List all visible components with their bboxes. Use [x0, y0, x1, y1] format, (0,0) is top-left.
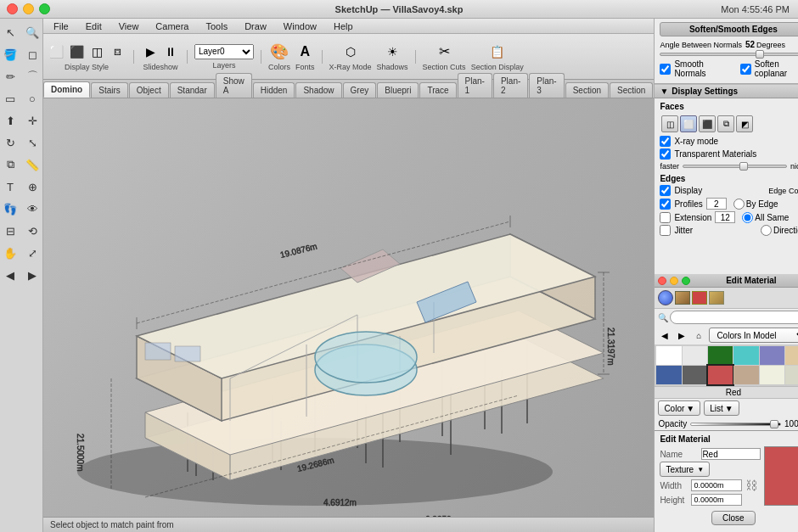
shadows-icon[interactable]: ☀: [383, 42, 402, 61]
nav-fwd-btn[interactable]: ▶: [675, 328, 688, 342]
by-edge-radio[interactable]: [733, 199, 745, 210]
menu-view[interactable]: View: [115, 21, 143, 31]
color-selector-btn[interactable]: Color ▼: [658, 400, 700, 416]
tab-stairs[interactable]: Stairs: [91, 82, 128, 98]
menu-help[interactable]: Help: [330, 21, 357, 31]
tab-hidden[interactable]: Hidden: [253, 82, 295, 98]
tab-grey[interactable]: Grey: [343, 82, 377, 98]
direction-radio[interactable]: [761, 225, 772, 236]
menu-tools[interactable]: Tools: [202, 21, 231, 31]
zoom-extent-tool[interactable]: ⤢: [22, 243, 42, 263]
scale-tool[interactable]: ⤡: [22, 132, 42, 153]
eraser-tool[interactable]: ◻: [22, 44, 42, 64]
tab-showa[interactable]: Show A: [216, 73, 252, 98]
move-tool[interactable]: ✛: [22, 110, 42, 131]
text-tool[interactable]: T: [0, 176, 20, 197]
face-icon-2[interactable]: ⬜: [680, 115, 697, 132]
face-icon-5[interactable]: ◩: [736, 115, 753, 132]
extension-input[interactable]: [715, 211, 735, 223]
profiles-checkbox[interactable]: [660, 199, 671, 210]
smooth-normals-checkbox[interactable]: [660, 64, 671, 75]
list-selector-btn[interactable]: List ▼: [704, 400, 739, 416]
angle-slider-thumb[interactable]: [756, 50, 764, 59]
tab-plan2[interactable]: Plan-2: [493, 73, 528, 98]
extension-checkbox[interactable]: [660, 212, 671, 223]
look-tool[interactable]: 👁: [22, 199, 42, 219]
swatch-white[interactable]: [656, 346, 681, 365]
circle-tool[interactable]: ○: [22, 88, 42, 109]
section-display-icon[interactable]: 📋: [488, 42, 507, 61]
nav-back-btn[interactable]: ◀: [658, 328, 672, 342]
close-button[interactable]: [7, 3, 18, 14]
tab-plan1[interactable]: Plan-1: [458, 73, 492, 98]
close-button[interactable]: Close: [711, 511, 756, 525]
push-pull-tool[interactable]: ⬆: [0, 110, 20, 131]
tab-trace[interactable]: Trace: [419, 82, 456, 98]
swatch-green[interactable]: [708, 346, 733, 365]
play-icon[interactable]: ▶: [141, 42, 160, 61]
section-tool[interactable]: ⊟: [0, 221, 20, 241]
color-icon[interactable]: [692, 291, 707, 305]
face-icon-4[interactable]: ⧉: [717, 115, 734, 132]
maximize-button[interactable]: [39, 3, 50, 14]
pencil-tool[interactable]: ✏: [0, 66, 20, 87]
quality-slider-track[interactable]: [683, 165, 787, 168]
texture-btn[interactable]: Texture ▼: [660, 462, 710, 477]
swatch-blue[interactable]: [656, 366, 681, 384]
em-zoom-btn[interactable]: [682, 277, 690, 285]
fonts-icon[interactable]: A: [295, 42, 314, 61]
swatch-beige[interactable]: [733, 366, 758, 384]
walk-tool[interactable]: 👣: [0, 199, 20, 219]
sphere-icon[interactable]: [658, 290, 673, 305]
home-btn[interactable]: ⌂: [692, 328, 705, 342]
display-style-icon1[interactable]: ⬜: [47, 42, 65, 61]
pan-tool[interactable]: ✋: [0, 243, 20, 263]
canvas-area[interactable]: 19.0876m 21.3197m 21.5000m 19.2686m 4.69…: [43, 98, 654, 517]
display-style-icon4[interactable]: ⧈: [108, 42, 126, 61]
menu-camera[interactable]: Camera: [152, 21, 192, 31]
opacity-slider[interactable]: [690, 423, 781, 426]
width-input[interactable]: [691, 479, 742, 491]
colors-in-model-select[interactable]: Colors In Model: [709, 328, 798, 343]
angle-slider-track[interactable]: [660, 53, 798, 56]
jitter-checkbox[interactable]: [660, 225, 671, 236]
soften-coplanar-checkbox[interactable]: [740, 64, 751, 75]
tab-standar[interactable]: Standar: [170, 82, 215, 98]
minimize-button[interactable]: [23, 3, 34, 14]
tab-plan3[interactable]: Plan-3: [529, 73, 564, 98]
menu-window[interactable]: Window: [280, 21, 320, 31]
zoom-tool[interactable]: 🔍: [22, 22, 42, 42]
display-style-icon2[interactable]: ⬛: [67, 42, 86, 61]
swatch-lightgray[interactable]: [683, 346, 707, 365]
em-close-btn[interactable]: [658, 277, 666, 285]
swatch-blue-gray[interactable]: [760, 346, 784, 365]
next-view-tool[interactable]: ▶: [22, 265, 42, 285]
colors-icon[interactable]: 🎨: [270, 42, 289, 61]
rotate-tool[interactable]: ↻: [0, 132, 20, 153]
axes-tool[interactable]: ⊕: [22, 176, 42, 197]
height-input[interactable]: [691, 494, 742, 506]
paint-tool[interactable]: 🪣: [0, 44, 20, 64]
brick-icon[interactable]: [709, 291, 724, 305]
menu-edit[interactable]: Edit: [82, 21, 105, 31]
display-style-icon3[interactable]: ◫: [87, 42, 106, 61]
material-search-input[interactable]: [670, 311, 798, 324]
section-cuts-icon[interactable]: ✂: [435, 42, 453, 61]
xray-checkbox[interactable]: [660, 136, 671, 147]
name-input[interactable]: [701, 448, 761, 460]
face-icon-3[interactable]: ⬛: [699, 115, 716, 132]
texture-icon[interactable]: [675, 291, 690, 305]
swatch-light-tan[interactable]: [785, 366, 798, 384]
swatch-cream[interactable]: [760, 366, 784, 384]
display-edges-checkbox[interactable]: [660, 185, 671, 196]
swatch-cyan[interactable]: [733, 346, 758, 365]
tab-section2[interactable]: Section: [610, 82, 653, 98]
all-same-radio[interactable]: [742, 212, 753, 223]
tape-tool[interactable]: 📏: [22, 154, 42, 175]
menu-draw[interactable]: Draw: [241, 21, 270, 31]
swatch-tan[interactable]: [785, 346, 798, 365]
rectangle-tool[interactable]: ▭: [0, 88, 20, 109]
xray-icon[interactable]: ⬡: [341, 42, 360, 61]
tab-shadow[interactable]: Shadow: [295, 82, 341, 98]
face-icon-1[interactable]: ◫: [661, 115, 678, 132]
